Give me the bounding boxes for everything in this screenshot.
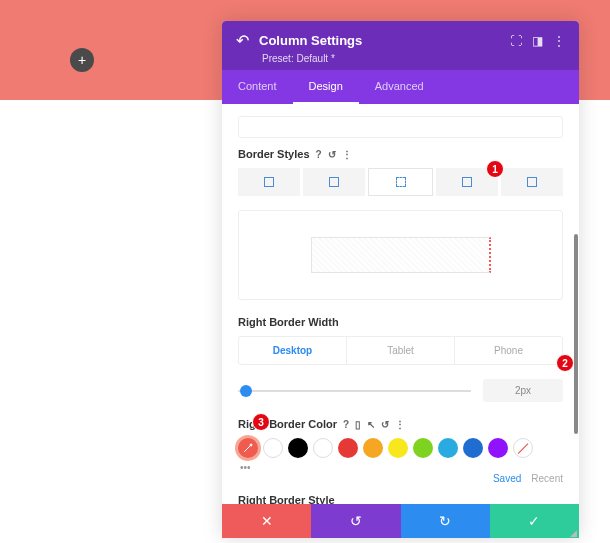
border-opt-right[interactable] xyxy=(368,168,432,196)
redo-button[interactable]: ↻ xyxy=(401,504,490,538)
swatch-yellow[interactable] xyxy=(388,438,408,458)
color-swatches xyxy=(238,438,563,458)
add-section-button[interactable]: + xyxy=(70,48,94,72)
settings-panel: ↶ Column Settings ⛶ ◨ ⋮ Preset: Default … xyxy=(222,21,579,538)
callout-2: 2 xyxy=(556,354,574,372)
border-opt-left[interactable] xyxy=(501,168,563,196)
swatch-orange[interactable] xyxy=(363,438,383,458)
cancel-button[interactable]: ✕ xyxy=(222,504,311,538)
width-slider[interactable] xyxy=(238,384,471,398)
responsive-tablet[interactable]: Tablet xyxy=(347,337,455,364)
expand-icon[interactable]: ⛶ xyxy=(510,34,522,48)
border-styles-label: Border Styles xyxy=(238,148,310,160)
border-preview xyxy=(238,210,563,300)
callout-1: 1 xyxy=(486,160,504,178)
main-tabs: Content Design Advanced xyxy=(222,70,579,104)
tab-design[interactable]: Design xyxy=(293,70,359,104)
swatch-none[interactable] xyxy=(513,438,533,458)
border-opt-top[interactable] xyxy=(303,168,365,196)
device-icon[interactable]: ▯ xyxy=(355,419,361,430)
dock-icon[interactable]: ◨ xyxy=(532,34,543,48)
swatch-black[interactable] xyxy=(288,438,308,458)
width-value[interactable]: 2px xyxy=(483,379,563,402)
swatch-purple[interactable] xyxy=(488,438,508,458)
more-swatches[interactable]: ••• xyxy=(240,462,563,473)
help-icon[interactable]: ? xyxy=(316,149,322,160)
right-border-width-label: Right Border Width xyxy=(238,316,339,328)
preview-box xyxy=(311,237,491,273)
swatch-blue[interactable] xyxy=(463,438,483,458)
preset-label[interactable]: Preset: Default * xyxy=(262,53,565,64)
reset-icon[interactable]: ↺ xyxy=(381,419,389,430)
panel-body: Border Styles ? ↺ ⋮ Right Border Width D… xyxy=(222,104,579,504)
options-icon[interactable]: ⋮ xyxy=(395,419,405,430)
help-icon[interactable]: ? xyxy=(343,419,349,430)
callout-3: 3 xyxy=(252,413,270,431)
border-opt-all[interactable] xyxy=(238,168,300,196)
undo-button[interactable]: ↺ xyxy=(311,504,400,538)
panel-title: Column Settings xyxy=(259,33,500,48)
slider-thumb[interactable] xyxy=(240,385,252,397)
panel-header: ↶ Column Settings ⛶ ◨ ⋮ Preset: Default … xyxy=(222,21,579,70)
swatch-empty[interactable] xyxy=(263,438,283,458)
menu-icon[interactable]: ⋮ xyxy=(553,34,565,48)
svg-point-0 xyxy=(250,444,252,446)
reset-icon[interactable]: ↺ xyxy=(328,149,336,160)
border-side-options xyxy=(238,168,563,196)
tab-advanced[interactable]: Advanced xyxy=(359,70,440,104)
responsive-desktop[interactable]: Desktop xyxy=(239,337,347,364)
save-button[interactable]: ✓ xyxy=(490,504,579,538)
hover-icon[interactable]: ↖ xyxy=(367,419,375,430)
recent-tab[interactable]: Recent xyxy=(531,473,563,484)
resize-handle[interactable]: ◢ xyxy=(570,528,577,538)
panel-footer: ✕ ↺ ↻ ✓ xyxy=(222,504,579,538)
responsive-tabs: Desktop Tablet Phone xyxy=(238,336,563,365)
back-icon[interactable]: ↶ xyxy=(236,31,249,50)
options-icon[interactable]: ⋮ xyxy=(342,149,352,160)
color-picker-dropper[interactable] xyxy=(238,438,258,458)
tab-content[interactable]: Content xyxy=(222,70,293,104)
right-border-style-label: Right Border Style xyxy=(238,494,335,504)
scrollbar[interactable] xyxy=(574,234,578,434)
swatch-lightblue[interactable] xyxy=(438,438,458,458)
swatch-red[interactable] xyxy=(338,438,358,458)
swatch-green[interactable] xyxy=(413,438,433,458)
saved-tab[interactable]: Saved xyxy=(493,473,521,484)
swatch-white[interactable] xyxy=(313,438,333,458)
prev-field xyxy=(238,116,563,138)
responsive-phone[interactable]: Phone xyxy=(455,337,562,364)
